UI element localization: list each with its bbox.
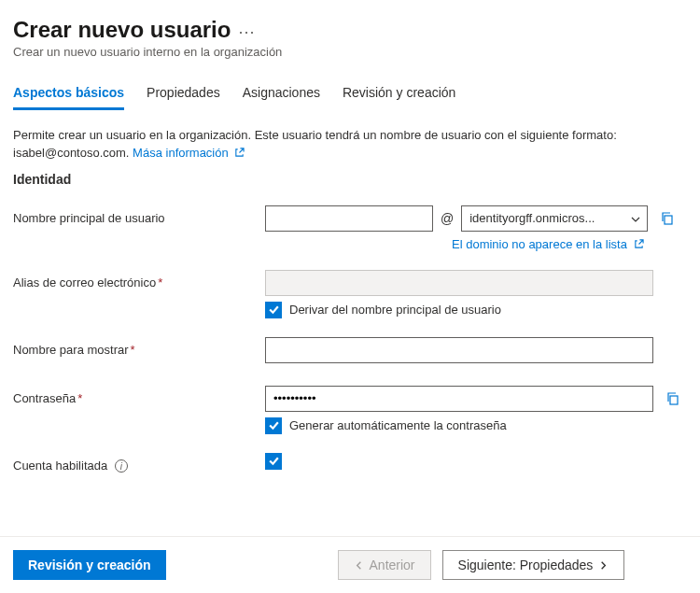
learn-more-link[interactable]: Mása información (133, 146, 245, 160)
password-label: Contraseña* (13, 386, 265, 405)
svg-rect-0 (665, 216, 672, 224)
previous-button: Anterior (338, 550, 431, 580)
tab-review[interactable]: Revisión y creación (343, 79, 455, 110)
page-subtitle: Crear un nuevo usuario interno en la org… (13, 45, 687, 59)
next-button[interactable]: Siguiente: Propiedades (442, 550, 625, 580)
svg-rect-1 (670, 396, 678, 404)
account-enabled-label: Cuenta habilitada i (13, 453, 265, 473)
checkmark-icon (268, 455, 280, 467)
derive-alias-label: Derivar del nombre principal de usuario (289, 303, 501, 317)
section-identity-title: Identidad (13, 172, 687, 187)
external-link-icon (634, 239, 644, 249)
chevron-down-icon (630, 214, 641, 225)
chevron-left-icon (354, 560, 364, 571)
display-name-input[interactable] (265, 337, 653, 363)
upn-label: Nombre principal de usuario (13, 205, 265, 225)
tab-basics[interactable]: Aspectos básicos (13, 79, 124, 110)
alias-label: Alias de correo electrónico* (13, 270, 265, 289)
tab-bar: Aspectos básicos Propiedades Asignacione… (13, 79, 687, 110)
form-description: Permite crear un usuario en la organizac… (13, 127, 687, 162)
copy-password-button[interactable] (661, 387, 685, 411)
derive-alias-checkbox[interactable] (265, 302, 282, 318)
copy-icon (660, 211, 675, 226)
tab-properties[interactable]: Propiedades (147, 79, 220, 110)
chevron-right-icon (598, 560, 609, 571)
review-create-button[interactable]: Revisión y creación (13, 550, 166, 580)
domain-select[interactable]: identityorgff.onmicros... (461, 205, 648, 232)
info-icon[interactable]: i (115, 459, 128, 473)
upn-input[interactable] (265, 205, 433, 232)
auto-password-label: Generar automáticamente la contraseña (289, 418, 507, 432)
copy-icon (665, 391, 680, 406)
more-actions-button[interactable]: ··· (238, 22, 255, 42)
external-link-icon (234, 148, 245, 158)
password-input[interactable] (265, 386, 653, 412)
at-symbol: @ (441, 211, 454, 226)
checkmark-icon (268, 419, 280, 431)
auto-password-checkbox[interactable] (265, 417, 282, 434)
page-title: Crear nuevo usuario (13, 17, 231, 43)
copy-upn-button[interactable] (655, 206, 679, 231)
tab-assignments[interactable]: Asignaciones (243, 79, 320, 110)
account-enabled-checkbox[interactable] (265, 453, 282, 470)
domain-missing-link[interactable]: El dominio no aparece en la lista (452, 237, 644, 251)
alias-input (265, 270, 653, 296)
display-name-label: Nombre para mostrar* (13, 337, 265, 357)
footer-bar: Revisión y creación Anterior Siguiente: … (0, 536, 700, 593)
checkmark-icon (268, 304, 280, 316)
